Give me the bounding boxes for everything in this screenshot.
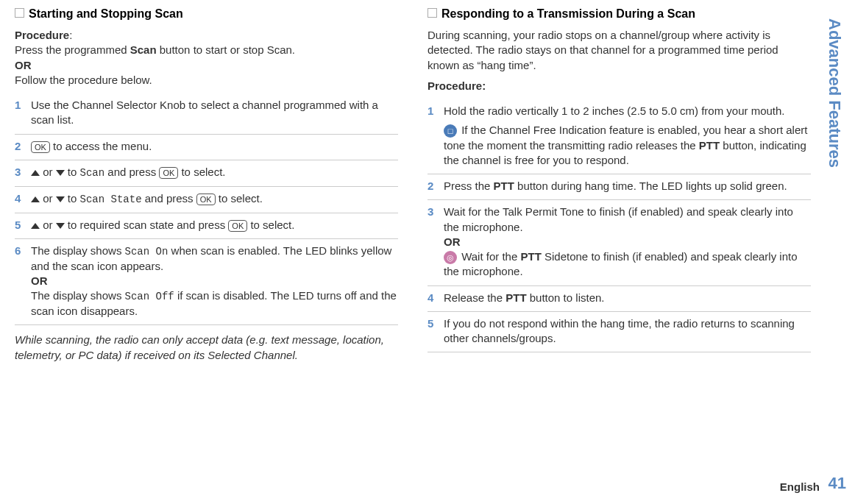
ok-key-icon: OK	[196, 194, 216, 205]
step-text: and press	[142, 192, 196, 205]
step-num: 3	[15, 165, 21, 180]
left-note: While scanning, the radio can only accep…	[15, 333, 398, 363]
left-step-2: 2 OK to access the menu.	[15, 135, 398, 160]
step-text: or	[40, 166, 56, 178]
left-step-3: 3 or to Scan and press OK to select.	[15, 160, 398, 187]
step-text: If you do not respond within the hang ti…	[444, 317, 795, 344]
intro-line-1c: button to start or stop Scan.	[157, 43, 295, 56]
ptt-bold: PTT	[505, 291, 526, 304]
right-column: Responding to a Transmission During a Sc…	[428, 7, 811, 369]
step-num: 6	[15, 244, 21, 258]
step-num: 5	[15, 218, 21, 233]
ptt-bold: PTT	[699, 139, 720, 152]
step-text: Use the Channel Selector Knob to select …	[31, 99, 378, 126]
antenna-icon: □	[444, 124, 457, 138]
ok-key-icon: OK	[31, 141, 50, 153]
step-text: to select.	[216, 192, 263, 205]
right-step-2: 2 Press the PTT button during hang time.…	[428, 174, 811, 200]
scan-bold: Scan	[130, 43, 157, 56]
left-step-6: 6 The display shows Scan On when scan is…	[15, 239, 398, 326]
left-step-1: 1 Use the Channel Selector Knob to selec…	[15, 93, 398, 135]
left-steps: 1 Use the Channel Selector Knob to selec…	[15, 93, 398, 325]
step-text: to access the menu.	[50, 140, 152, 152]
step-text: or	[40, 192, 56, 205]
step-text: The display shows	[31, 244, 125, 257]
ok-key-icon: OK	[159, 167, 178, 179]
section-title-start-stop: Starting and Stopping Scan	[15, 7, 398, 21]
step-text: Press the	[444, 180, 494, 192]
intro-line-2: Follow the procedure below.	[15, 74, 152, 86]
up-arrow-icon	[31, 170, 40, 176]
mono-scan-state: Scan State	[80, 194, 142, 205]
procedure-label: Procedure	[15, 29, 69, 41]
procedure-label: Procedure:	[428, 79, 811, 93]
right-steps: 1 Hold the radio vertically 1 to 2 inche…	[428, 99, 811, 352]
step-num: 2	[15, 139, 21, 154]
step-text: and press	[104, 166, 159, 178]
up-arrow-icon	[31, 196, 40, 202]
step-text: or	[40, 219, 56, 231]
left-step-5: 5 or to required scan state and press OK…	[15, 213, 398, 239]
or-label: OR	[15, 59, 32, 71]
step-num: 3	[428, 205, 433, 219]
ptt-bold: PTT	[520, 250, 541, 263]
language-label: English	[780, 480, 820, 493]
ok-key-icon: OK	[228, 220, 247, 232]
step-num: 5	[428, 316, 433, 331]
tone-icon: ◎	[444, 251, 457, 264]
step-text: to required scan state and press	[65, 219, 229, 231]
step-text: The display shows	[31, 289, 125, 302]
left-column: Starting and Stopping Scan Procedure: Pr…	[15, 7, 398, 369]
mono-scan-on: Scan On	[125, 246, 168, 258]
ptt-bold: PTT	[494, 180, 514, 192]
step-num: 4	[15, 191, 21, 206]
or-label: OR	[31, 274, 48, 287]
up-arrow-icon	[31, 223, 40, 229]
mono-scan-off: Scan Off	[125, 291, 174, 302]
step-num: 2	[428, 179, 433, 194]
right-step-3: 3 Wait for the Talk Permit Tone to finis…	[428, 200, 811, 285]
down-arrow-icon	[56, 196, 65, 202]
step-num: 1	[15, 98, 21, 113]
right-step-4: 4 Release the PTT button to listen.	[428, 286, 811, 312]
step-text: Release the	[444, 291, 505, 304]
mono-scan: Scan	[80, 167, 105, 179]
page-number: 41	[829, 474, 846, 493]
step-text: to	[65, 192, 80, 205]
right-step-1: 1 Hold the radio vertically 1 to 2 inche…	[428, 99, 811, 174]
down-arrow-icon	[56, 223, 65, 229]
step-text: Hold the radio vertically 1 to 2 inches …	[444, 104, 785, 117]
step-num: 4	[428, 291, 433, 305]
step-text: to select.	[247, 219, 294, 231]
left-step-4: 4 or to Scan State and press OK to selec…	[15, 187, 398, 213]
step-text: Wait for the Talk Permit Tone to finish …	[444, 205, 793, 233]
step-text: Wait for the	[458, 250, 520, 263]
step-text: to select.	[178, 166, 225, 178]
step-text: button during hang time. The LED lights …	[514, 180, 787, 192]
sidebar-title: Advanced Features	[825, 18, 844, 168]
right-intro: During scanning, your radio stops on a c…	[428, 28, 811, 73]
procedure-block: Procedure: Press the programmed Scan but…	[15, 28, 398, 88]
step-num: 1	[428, 104, 433, 118]
step-text: to	[65, 166, 80, 178]
intro-line-1: Press the programmed	[15, 43, 130, 56]
step-text: button to listen.	[527, 291, 605, 304]
down-arrow-icon	[56, 170, 65, 176]
page-content: Starting and Stopping Scan Procedure: Pr…	[0, 0, 855, 376]
section-title-responding: Responding to a Transmission During a Sc…	[428, 7, 811, 21]
right-step-5: 5 If you do not respond within the hang …	[428, 312, 811, 353]
or-label: OR	[444, 235, 461, 248]
